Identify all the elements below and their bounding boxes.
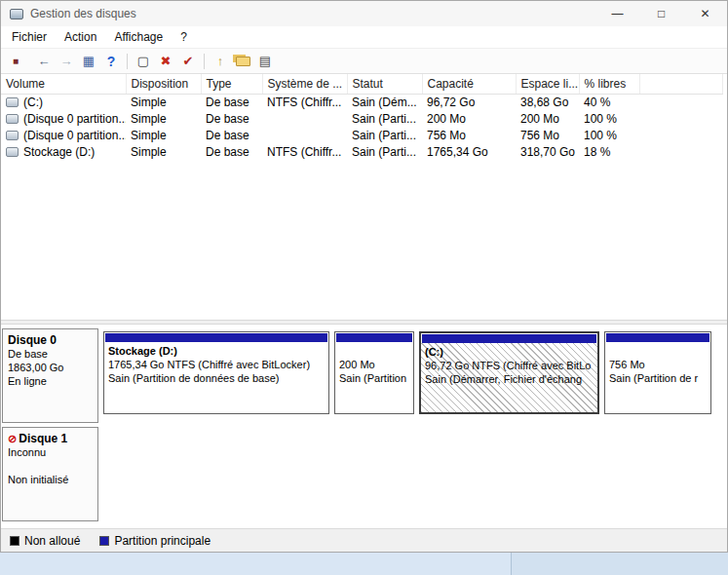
cell-statut: Sain (Dém... — [347, 94, 422, 110]
primary-partition-bar — [422, 334, 596, 343]
background-window-strip — [0, 553, 728, 575]
partition-title: Stockage (D:) — [108, 344, 325, 358]
col-capacite[interactable]: Capacité — [422, 74, 516, 94]
disk0-partition-area: Stockage (D:) 1765,34 Go NTFS (Chiffré a… — [98, 328, 725, 414]
console-window-icon[interactable]: ■ — [5, 51, 26, 72]
col-systeme[interactable]: Système de ... — [262, 74, 347, 94]
volume-row-stockage-d[interactable]: Stockage (D:) Simple De base NTFS (Chiff… — [1, 143, 723, 160]
cell-type: De base — [201, 143, 262, 160]
back-icon[interactable]: ← — [33, 51, 55, 72]
properties-icon[interactable]: ▢ — [133, 51, 154, 72]
partition-stockage-d[interactable]: Stockage (D:) 1765,34 Go NTFS (Chiffré a… — [103, 331, 329, 414]
cell-type: De base — [201, 127, 262, 143]
help-icon[interactable]: ? — [100, 51, 122, 72]
table-header-row: Volume Disposition Type Système de ... S… — [1, 74, 723, 94]
cell-statut: Sain (Parti... — [347, 127, 422, 143]
forward-icon[interactable]: → — [56, 51, 77, 72]
primary-partition-bar — [606, 333, 709, 342]
col-type[interactable]: Type — [201, 74, 262, 94]
partition-title: (C:) — [425, 345, 594, 359]
cell-disposition: Simple — [126, 94, 201, 110]
disk1-partition-area[interactable] — [98, 427, 725, 430]
partition-size-fs: 1765,34 Go NTFS (Chiffré avec BitLocker) — [108, 358, 325, 371]
disk-management-window: Gestion des disques — □ ✕ Fichier Action… — [0, 0, 728, 553]
col-filler — [639, 74, 723, 94]
partition-size-fs: 96,72 Go NTFS (Chiffré avec BitLo — [425, 359, 594, 372]
unallocated-color-swatch — [10, 536, 19, 546]
cell-pct-libres: 18 % — [579, 143, 639, 160]
up-arrow-icon[interactable]: ↑ — [210, 51, 231, 72]
cell-type: De base — [201, 94, 262, 110]
col-statut[interactable]: Statut — [347, 74, 422, 94]
disk0-type: De base — [8, 347, 93, 361]
disk0-status: En ligne — [8, 374, 93, 388]
menu-affichage[interactable]: Affichage — [105, 26, 172, 48]
primary-partition-bar — [105, 333, 327, 342]
col-volume[interactable]: Volume — [1, 74, 126, 94]
cell-pct-libres: 100 % — [579, 110, 639, 127]
disk1-header[interactable]: ⊘Disque 1 Inconnu Non initialisé — [2, 427, 98, 521]
cell-systeme — [262, 127, 347, 143]
disk0-row: Disque 0 De base 1863,00 Go En ligne Sto… — [2, 328, 725, 423]
cell-capacite: 200 Mo — [422, 110, 516, 127]
details-view-icon[interactable]: ▤ — [254, 51, 276, 72]
partition-status: Sain (Démarrer, Fichier d'échang — [425, 372, 594, 386]
disk1-status: Non initialisé — [8, 473, 93, 486]
volume-table: Volume Disposition Type Système de ... S… — [1, 74, 723, 160]
volume-row-partition2[interactable]: (Disque 0 partition... Simple De base Sa… — [1, 127, 723, 143]
volume-icon — [6, 114, 19, 124]
disk1-name: ⊘Disque 1 — [8, 432, 93, 445]
disk0-size: 1863,00 Go — [8, 361, 93, 374]
volume-row-c[interactable]: (C:) Simple De base NTFS (Chiffr... Sain… — [1, 94, 723, 110]
col-pct-libres[interactable]: % libres — [579, 74, 639, 94]
cell-pct-libres: 100 % — [579, 127, 639, 143]
cell-statut: Sain (Parti... — [347, 143, 422, 160]
volume-row-partition1[interactable]: (Disque 0 partition... Simple De base Sa… — [1, 110, 723, 127]
partition-status: Sain (Partition de données de base) — [108, 371, 325, 385]
legend-primary-partition: Partition principale — [99, 534, 211, 548]
legend-bar: Non alloué Partition principale — [1, 528, 727, 552]
graphical-view-pane: Disque 0 De base 1863,00 Go En ligne Sto… — [1, 325, 727, 528]
partition-status: Sain (Partition — [339, 371, 409, 385]
disk0-header[interactable]: Disque 0 De base 1863,00 Go En ligne — [2, 328, 98, 423]
partition-c-selected[interactable]: (C:) 96,72 Go NTFS (Chiffré avec BitLo S… — [419, 331, 599, 414]
show-console-tree-icon[interactable]: ▦ — [78, 51, 99, 72]
cell-volume: (Disque 0 partition... — [1, 110, 126, 127]
volume-icon — [6, 131, 19, 140]
close-button[interactable]: ✕ — [683, 1, 727, 26]
cell-espace-libre: 318,70 Go — [516, 143, 579, 160]
cell-pct-libres: 40 % — [579, 94, 639, 110]
cell-capacite: 96,72 Go — [422, 94, 516, 110]
toolbar: ■ ← → ▦ ? ▢ ✖ ✔ ↑ ▤ — [1, 48, 727, 74]
cell-capacite: 1765,34 Go — [422, 143, 516, 160]
menu-fichier[interactable]: Fichier — [3, 26, 56, 48]
disk0-name: Disque 0 — [8, 333, 93, 347]
window-title: Gestion des disques — [30, 7, 136, 20]
partition-status: Sain (Partition de r — [609, 371, 707, 385]
menu-aide[interactable]: ? — [172, 26, 196, 48]
partition-756mo[interactable]: 756 Mo Sain (Partition de r — [604, 331, 711, 414]
cell-espace-libre: 200 Mo — [516, 110, 579, 127]
menu-action[interactable]: Action — [56, 26, 105, 48]
cell-statut: Sain (Parti... — [347, 110, 422, 127]
partition-title — [339, 344, 409, 358]
toolbar-separator — [127, 54, 128, 69]
delete-icon[interactable]: ✖ — [155, 51, 176, 72]
primary-partition-bar — [336, 333, 412, 342]
col-espace-libre[interactable]: Espace li... — [516, 74, 579, 94]
col-disposition[interactable]: Disposition — [126, 74, 201, 94]
cell-capacite: 756 Mo — [422, 127, 516, 143]
minimize-button[interactable]: — — [595, 1, 639, 26]
partition-200mo[interactable]: 200 Mo Sain (Partition — [334, 331, 414, 414]
maximize-button[interactable]: □ — [639, 1, 683, 26]
title-bar: Gestion des disques — □ ✕ — [1, 1, 727, 26]
primary-partition-color-swatch — [99, 536, 109, 546]
cell-disposition: Simple — [126, 143, 201, 160]
cell-systeme — [262, 110, 347, 127]
not-initialized-icon: ⊘ — [8, 433, 17, 444]
cell-systeme: NTFS (Chiffr... — [262, 94, 347, 110]
folder-icon[interactable] — [232, 51, 253, 72]
volume-list-pane: Volume Disposition Type Système de ... S… — [1, 74, 727, 320]
check-document-icon[interactable]: ✔ — [177, 51, 199, 72]
cell-disposition: Simple — [126, 127, 201, 143]
